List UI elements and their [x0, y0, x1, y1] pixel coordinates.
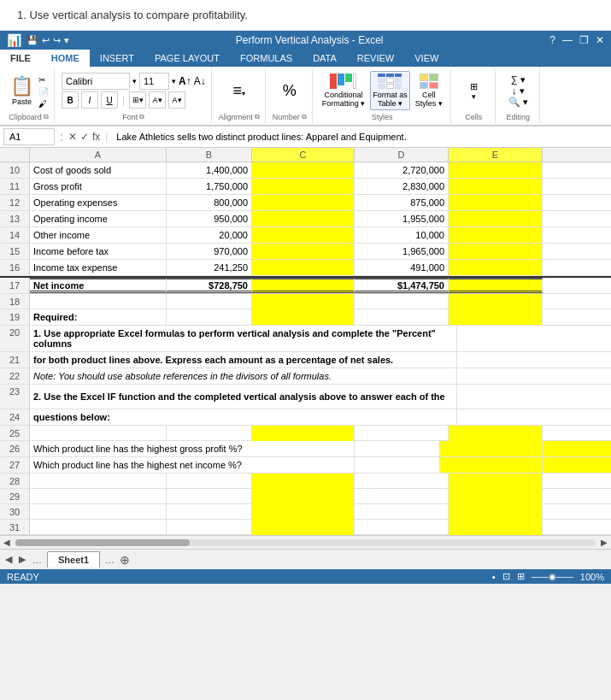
- cell-reference-box[interactable]: [3, 128, 55, 145]
- conditional-formatting-button[interactable]: ConditionalFormatting ▾: [322, 74, 366, 108]
- cell-e17[interactable]: [449, 278, 543, 293]
- paste-button[interactable]: 📋 Paste: [9, 74, 35, 108]
- cell-a21[interactable]: for both product lines above. Express ea…: [30, 352, 457, 368]
- cell-c19[interactable]: [252, 309, 355, 325]
- cell-b12[interactable]: 800,000: [167, 195, 252, 210]
- font-color-button[interactable]: A▾: [168, 91, 185, 109]
- cell-a22[interactable]: Note: You should use absolute references…: [30, 368, 457, 384]
- tab-page-layout[interactable]: PAGE LAYOUT: [144, 50, 230, 67]
- cells-button[interactable]: ⊞ ▾: [470, 81, 478, 101]
- cell-c31[interactable]: [252, 520, 355, 535]
- cell-c26[interactable]: [440, 441, 543, 456]
- cell-d19[interactable]: [355, 309, 449, 325]
- cell-a20[interactable]: 1. Use appropriate Excel formulas to per…: [30, 326, 457, 351]
- number-button[interactable]: %: [283, 82, 297, 100]
- cell-a27[interactable]: Which product line has the highest net i…: [30, 457, 355, 473]
- copy-button[interactable]: 📄: [38, 87, 49, 97]
- cell-d31[interactable]: [355, 520, 449, 535]
- cell-d16[interactable]: 491,000: [355, 260, 449, 275]
- cell-d13[interactable]: 1,955,000: [355, 211, 449, 226]
- cell-c25[interactable]: [252, 426, 355, 441]
- tab-file[interactable]: FILE: [0, 50, 41, 67]
- cancel-formula-icon[interactable]: ✕: [68, 131, 77, 143]
- cell-d17[interactable]: $1,474,750: [355, 278, 449, 293]
- tab-home[interactable]: HOME: [41, 50, 90, 67]
- help-button[interactable]: ?: [549, 34, 555, 46]
- cell-a15[interactable]: Income before tax: [30, 244, 167, 259]
- cell-e25[interactable]: [449, 426, 543, 441]
- cell-a17[interactable]: Net income: [30, 278, 167, 293]
- font-expand-icon[interactable]: ⧉: [139, 113, 144, 121]
- scroll-thumb[interactable]: [15, 539, 190, 546]
- cell-a19[interactable]: Required:: [30, 309, 167, 325]
- quick-access[interactable]: 💾 ↩ ↪ ▾: [26, 35, 69, 46]
- cell-b26[interactable]: [355, 441, 440, 456]
- number-expand-icon[interactable]: ⧉: [302, 113, 307, 121]
- cell-c17[interactable]: [252, 278, 355, 293]
- font-name-input[interactable]: [62, 73, 130, 90]
- cell-d28[interactable]: [355, 474, 449, 489]
- cell-e15[interactable]: [449, 244, 543, 259]
- cell-d18[interactable]: [355, 294, 449, 309]
- decrease-font-button[interactable]: A↓: [194, 75, 206, 87]
- cell-a29[interactable]: [30, 489, 167, 504]
- cell-e29[interactable]: [449, 489, 543, 504]
- view-normal-icon[interactable]: ▪: [492, 572, 496, 582]
- cell-b27[interactable]: [355, 457, 440, 473]
- cell-a31[interactable]: [30, 520, 167, 535]
- cell-b29[interactable]: [167, 489, 252, 504]
- cell-b28[interactable]: [167, 474, 252, 489]
- cell-c13[interactable]: [252, 211, 355, 226]
- tab-scroll-first[interactable]: …: [31, 553, 44, 567]
- tab-data[interactable]: DATA: [303, 50, 347, 67]
- cell-c10[interactable]: [252, 162, 355, 178]
- tab-review[interactable]: REVIEW: [347, 50, 404, 67]
- cell-b17[interactable]: $728,750: [167, 278, 252, 293]
- cell-e30[interactable]: [449, 504, 543, 520]
- cell-c27[interactable]: [440, 457, 543, 473]
- add-sheet-button[interactable]: ⊕: [120, 553, 130, 567]
- cell-a25[interactable]: [30, 426, 167, 441]
- close-button[interactable]: ✕: [596, 34, 604, 46]
- cell-e27[interactable]: [543, 457, 611, 473]
- cell-c14[interactable]: [252, 227, 355, 243]
- zoom-slider[interactable]: ——◉——: [532, 572, 573, 581]
- cell-e18[interactable]: [449, 294, 543, 309]
- alignment-button[interactable]: ≡▾: [232, 82, 245, 100]
- col-header-b[interactable]: B: [167, 148, 252, 162]
- minimize-button[interactable]: —: [562, 34, 573, 46]
- cell-a10[interactable]: Cost of goods sold: [30, 162, 167, 178]
- cell-a23[interactable]: 2. Use the Excel IF function and the com…: [30, 385, 457, 409]
- view-layout-icon[interactable]: ⊡: [502, 571, 510, 582]
- cell-c29[interactable]: [252, 489, 355, 504]
- font-name-dropdown[interactable]: ▾: [132, 77, 137, 85]
- col-header-c[interactable]: C: [252, 148, 355, 162]
- cell-c30[interactable]: [252, 504, 355, 520]
- format-as-table-button[interactable]: Format asTable ▾: [370, 71, 410, 110]
- format-painter-button[interactable]: 🖌: [38, 99, 49, 109]
- fill-color-button[interactable]: A▾: [149, 91, 166, 109]
- cell-b31[interactable]: [167, 520, 252, 535]
- cell-e28[interactable]: [449, 474, 543, 489]
- cell-c16[interactable]: [252, 260, 355, 275]
- cell-b16[interactable]: 241,250: [167, 260, 252, 275]
- cut-button[interactable]: ✂: [38, 75, 49, 85]
- cell-d29[interactable]: [355, 489, 449, 504]
- redo-icon[interactable]: ↪: [53, 35, 61, 46]
- cell-b25[interactable]: [167, 426, 252, 441]
- scroll-right-icon[interactable]: ▶: [601, 538, 608, 547]
- cell-e19[interactable]: [449, 309, 543, 325]
- cell-e11[interactable]: [449, 179, 543, 194]
- horizontal-scrollbar[interactable]: ◀ ▶: [0, 535, 611, 549]
- cell-b11[interactable]: 1,750,000: [167, 179, 252, 194]
- cell-b15[interactable]: 970,000: [167, 244, 252, 259]
- bold-button[interactable]: B: [62, 91, 79, 109]
- underline-button[interactable]: U: [101, 91, 118, 109]
- undo-icon[interactable]: ↩: [42, 35, 50, 46]
- increase-font-button[interactable]: A↑: [179, 75, 191, 87]
- tab-insert[interactable]: INSERT: [90, 50, 144, 67]
- tab-scroll-right[interactable]: ▶: [17, 552, 27, 567]
- clipboard-expand-icon[interactable]: ⧉: [44, 113, 49, 121]
- scroll-left-icon[interactable]: ◀: [3, 538, 10, 547]
- cell-e14[interactable]: [449, 227, 543, 243]
